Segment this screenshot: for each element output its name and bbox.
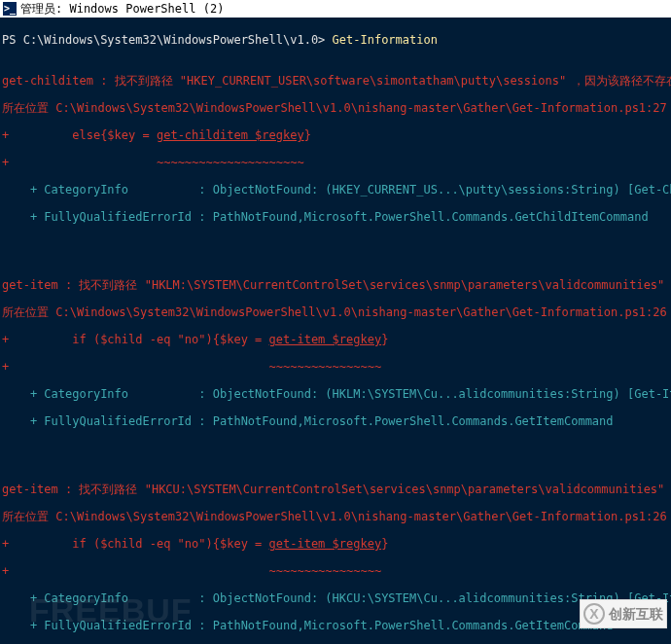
error-category: + FullyQualifiedErrorId : PathNotFound,M… [2, 210, 649, 224]
error-text: 所在位置 C:\Windows\System32\WindowsPowerShe… [2, 305, 671, 319]
window-title: 管理员: Windows PowerShell (2) [20, 2, 224, 16]
error-text: + [2, 564, 269, 578]
watermark-text: FREEBUF [29, 603, 193, 617]
error-text: + [2, 156, 157, 169]
error-underlined: get-item $regkey [269, 537, 382, 551]
error-text: get-item : 找不到路径 "HKLM:\SYSTEM\CurrentCo… [2, 278, 671, 292]
powershell-icon: >_ [3, 2, 17, 16]
error-category: + CategoryInfo : ObjectNotFound: (HKLM:\… [2, 387, 671, 401]
error-text: + else{$key = [2, 128, 157, 142]
error-text: 所在位置 C:\Windows\System32\WindowsPowerShe… [2, 101, 671, 115]
prompt-path: PS C:\Windows\System32\WindowsPowerShell… [2, 33, 333, 47]
error-category: + FullyQualifiedErrorId : PathNotFound,M… [2, 619, 614, 632]
error-text: get-item : 找不到路径 "HKCU:\SYSTEM\CurrentCo… [2, 483, 671, 496]
entered-command: Get-Information [333, 33, 438, 47]
error-category: + CategoryInfo : ObjectNotFound: (HKCU:\… [2, 591, 671, 605]
error-text: 所在位置 C:\Windows\System32\WindowsPowerShe… [2, 510, 671, 523]
titlebar[interactable]: >_ 管理员: Windows PowerShell (2) [0, 0, 671, 18]
terminal-output[interactable]: PS C:\Windows\System32\WindowsPowerShell… [0, 18, 671, 644]
error-text: + if ($child -eq "no"){$key = [2, 333, 269, 346]
error-category: + FullyQualifiedErrorId : PathNotFound,M… [2, 414, 614, 428]
error-text: get-childitem : 找不到路径 "HKEY_CURRENT_USER… [2, 74, 671, 88]
error-text: + if ($child -eq "no"){$key = [2, 537, 269, 551]
error-underlined: get-childitem $regkey [157, 128, 304, 142]
error-category: + CategoryInfo : ObjectNotFound: (HKEY_C… [2, 183, 671, 197]
error-text: + [2, 360, 269, 374]
error-underlined: get-item $regkey [269, 333, 382, 346]
